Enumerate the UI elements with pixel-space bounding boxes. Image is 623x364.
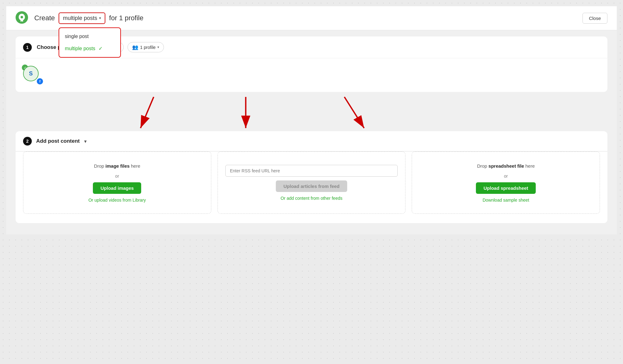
- step-2-section: 2 Add post content ▾ Drop image files he…: [16, 131, 607, 223]
- svg-point-1: [21, 16, 23, 18]
- profile-label: 1 profile: [140, 45, 156, 50]
- upload-images-button[interactable]: Upload images: [93, 182, 141, 194]
- step-1-number: 1: [23, 43, 32, 52]
- dropdown-arrow-icon: ▾: [99, 16, 101, 20]
- upload-feed-card: Upload articles from feed Or add content…: [218, 151, 406, 214]
- logo: [16, 11, 28, 25]
- post-type-dropdown[interactable]: multiple posts ▾ single post multiple po…: [59, 12, 105, 24]
- rss-feed-input[interactable]: [225, 165, 398, 177]
- profile-avatar: ✓ S f: [23, 66, 42, 84]
- close-button[interactable]: Close: [582, 13, 607, 24]
- step-2-number: 2: [23, 137, 32, 146]
- other-feeds-link[interactable]: Or add content from other feeds: [280, 196, 342, 201]
- header-title-suffix: for 1 profile: [109, 14, 143, 22]
- images-or-text: or: [115, 174, 119, 179]
- download-sample-link[interactable]: Download sample sheet: [482, 198, 529, 203]
- drop-spreadsheet-text: Drop spreadsheet file here: [477, 163, 535, 170]
- avatar-circle: S: [23, 66, 39, 81]
- dropdown-item-single[interactable]: single post: [59, 31, 120, 42]
- dropdown-selected-label: multiple posts: [63, 15, 97, 22]
- upload-spreadsheet-button[interactable]: Upload spreadsheet: [476, 182, 535, 194]
- upload-videos-link[interactable]: Or upload videos from Library: [89, 198, 146, 203]
- upload-articles-button[interactable]: Upload articles from feed: [276, 180, 347, 192]
- profiles-icon: 👥: [132, 44, 138, 50]
- header-title-prefix: Create: [34, 14, 55, 22]
- facebook-badge-icon: f: [37, 78, 43, 84]
- arrows-overlay: [16, 94, 607, 134]
- spreadsheet-or-text: or: [504, 174, 508, 179]
- step-2-title: Add post content: [36, 138, 80, 144]
- upload-images-card: Drop image files here or Upload images O…: [23, 151, 211, 214]
- step-2-chevron-icon[interactable]: ▾: [84, 138, 87, 144]
- drop-images-text: Drop image files here: [94, 163, 140, 170]
- upload-spreadsheet-card: Drop spreadsheet file here or Upload spr…: [412, 151, 600, 214]
- profile-selector[interactable]: 👥 1 profile ▾: [127, 42, 164, 52]
- profile-area: ✓ S f: [16, 58, 607, 92]
- profile-arrow-icon: ▾: [157, 45, 159, 49]
- selected-checkmark-icon: ✓: [98, 46, 103, 51]
- dropdown-item-multiple[interactable]: multiple posts ✓: [59, 42, 120, 55]
- upload-cards-container: Drop image files here or Upload images O…: [16, 151, 607, 223]
